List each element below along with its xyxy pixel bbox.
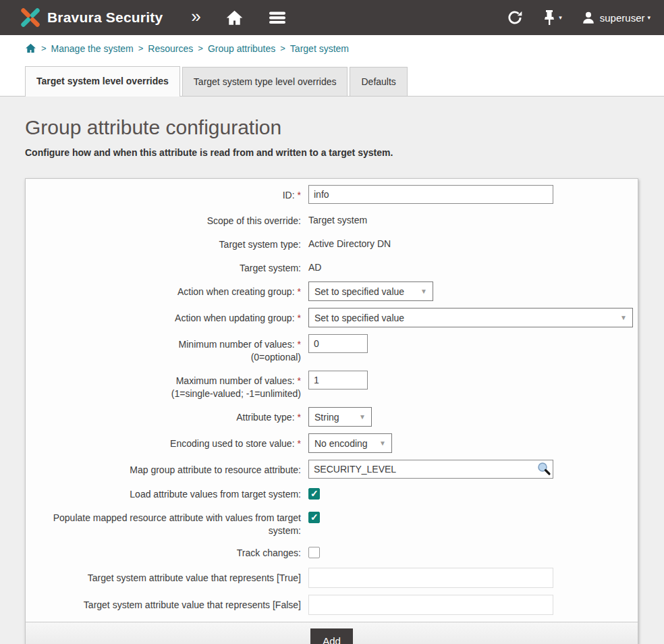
selected-option: String: [314, 412, 339, 423]
page-subtitle: Configure how and when this attribute is…: [25, 147, 664, 158]
field-label: Attribute type:*: [26, 407, 301, 424]
form-row-encoding: Encoding used to store value:* No encodi…: [26, 433, 638, 453]
refresh-icon[interactable]: [506, 9, 524, 26]
pin-icon[interactable]: ▾: [543, 9, 562, 26]
form-row-action-updating: Action when updating group:* Set to spec…: [26, 308, 638, 327]
action-when-updating-select[interactable]: Set to specified value ▼: [308, 308, 633, 327]
field-label: ID:*: [26, 185, 301, 202]
required-asterisk: *: [298, 339, 301, 350]
breadcrumb-link[interactable]: Resources: [148, 43, 193, 54]
form-row-target-system-type: Target system type: Active Directory DN: [26, 234, 638, 251]
chevron-down-icon: ▾: [647, 14, 651, 21]
map-attribute-input[interactable]: [308, 460, 553, 479]
form-row-populate-mapped: Populate mapped resource attribute with …: [26, 509, 638, 537]
encoding-select[interactable]: No encoding ▼: [308, 433, 392, 453]
selected-option: Set to specified value: [314, 313, 404, 323]
form-row-target-system: Target system: AD: [26, 258, 638, 275]
field-hint: (1=single-valued; -1=unlimited): [26, 387, 301, 400]
form-row-load-values: Load attribute values from target system…: [26, 485, 638, 502]
field-label: Target system attribute value that repre…: [26, 568, 301, 585]
form-row-false-value: Target system attribute value that repre…: [26, 595, 638, 615]
form-row-true-value: Target system attribute value that repre…: [26, 568, 638, 588]
chevron-down-icon: ▼: [420, 288, 427, 295]
form-row-min-values: Minimum number of values:* (0=optional): [26, 334, 638, 364]
scope-value: Target system: [308, 211, 638, 225]
field-label: Track changes:: [26, 544, 301, 560]
form-footer: Add: [26, 622, 638, 644]
true-value-input[interactable]: [308, 568, 553, 588]
menu-icon[interactable]: [268, 9, 287, 26]
form-row-id: ID:*: [26, 185, 638, 204]
target-system-value: AD: [308, 258, 638, 273]
page-title: Group attribute configuration: [25, 116, 664, 139]
populate-mapped-checkbox[interactable]: [308, 512, 320, 523]
username-label: superuser: [600, 12, 645, 24]
breadcrumb-link[interactable]: Manage the system: [51, 43, 134, 54]
form-row-map-attribute: Map group attribute to resource attribut…: [26, 460, 638, 479]
chevron-down-icon: ▾: [559, 14, 562, 21]
track-changes-checkbox[interactable]: [308, 547, 320, 558]
home-icon[interactable]: [225, 9, 244, 27]
form-row-track-changes: Track changes:: [26, 544, 638, 561]
field-hint: (0=optional): [26, 351, 301, 364]
breadcrumb-link[interactable]: Group attributes: [208, 43, 275, 54]
bravura-logo-icon: [19, 6, 42, 29]
selected-option: Set to specified value: [314, 286, 404, 297]
field-label: Maximum number of values:* (1=single-val…: [26, 371, 301, 400]
top-bar: Bravura Security »: [0, 0, 664, 35]
field-label: Scope of this override:: [26, 211, 301, 227]
field-label: Minimum number of values:* (0=optional): [26, 334, 301, 364]
brand[interactable]: Bravura Security: [19, 6, 163, 29]
config-form-panel: ID:* Scope of this override: Target syst…: [25, 178, 638, 644]
tab-defaults[interactable]: Defaults: [350, 67, 407, 96]
user-icon: [581, 10, 596, 25]
required-asterisk: *: [298, 438, 301, 449]
required-asterisk: *: [298, 412, 301, 423]
form-row-scope: Scope of this override: Target system: [26, 211, 638, 227]
field-label: Target system attribute value that repre…: [26, 595, 301, 612]
required-asterisk: *: [298, 286, 301, 297]
field-label: Populate mapped resource attribute with …: [26, 509, 301, 537]
tab-target-system-level-overrides[interactable]: Target system level overrides: [25, 66, 180, 97]
breadcrumb-separator: >: [198, 43, 203, 53]
min-values-input[interactable]: [308, 334, 368, 353]
breadcrumb-separator: >: [280, 43, 285, 53]
tab-target-system-type-level-overrides[interactable]: Target system type level overrides: [182, 67, 348, 96]
field-label: Action when updating group:*: [26, 308, 301, 325]
chevron-down-icon: ▼: [620, 314, 627, 321]
false-value-input[interactable]: [308, 595, 553, 615]
attribute-type-select[interactable]: String ▼: [308, 407, 372, 427]
chevron-down-icon: ▼: [379, 439, 386, 447]
field-label: Map group attribute to resource attribut…: [26, 460, 301, 477]
selected-option: No encoding: [314, 438, 368, 449]
action-when-creating-select[interactable]: Set to specified value ▼: [308, 281, 433, 301]
form-row-action-creating: Action when creating group:* Set to spec…: [26, 281, 638, 301]
chevron-down-icon: ▼: [359, 413, 366, 421]
search-icon[interactable]: [536, 461, 551, 479]
required-asterisk: *: [298, 313, 301, 323]
field-label: Target system type:: [26, 234, 301, 251]
breadcrumb: > Manage the system > Resources > Group …: [0, 35, 664, 60]
field-label: Target system:: [26, 258, 301, 275]
brand-name: Bravura Security: [47, 9, 163, 26]
breadcrumb-current[interactable]: Target system: [290, 43, 349, 54]
user-menu[interactable]: superuser ▾: [581, 10, 651, 25]
field-label: Load attribute values from target system…: [26, 485, 301, 501]
id-input[interactable]: [308, 185, 553, 204]
required-asterisk: *: [298, 190, 301, 200]
max-values-input[interactable]: [308, 371, 368, 390]
form-row-attribute-type: Attribute type:* String ▼: [26, 407, 638, 427]
tab-bar: Target system level overrides Target sys…: [0, 60, 664, 97]
breadcrumb-separator: >: [138, 43, 144, 53]
target-system-type-value: Active Directory DN: [308, 234, 638, 249]
form-row-max-values: Maximum number of values:* (1=single-val…: [26, 371, 638, 400]
breadcrumb-home-icon[interactable]: [25, 43, 36, 54]
field-label: Action when creating group:*: [26, 281, 301, 298]
field-label: Encoding used to store value:*: [26, 433, 301, 450]
load-values-checkbox[interactable]: [308, 488, 320, 500]
add-button[interactable]: Add: [310, 628, 353, 644]
required-asterisk: *: [298, 375, 301, 386]
breadcrumb-separator: >: [41, 43, 47, 53]
expand-chevron-icon[interactable]: »: [191, 7, 200, 28]
